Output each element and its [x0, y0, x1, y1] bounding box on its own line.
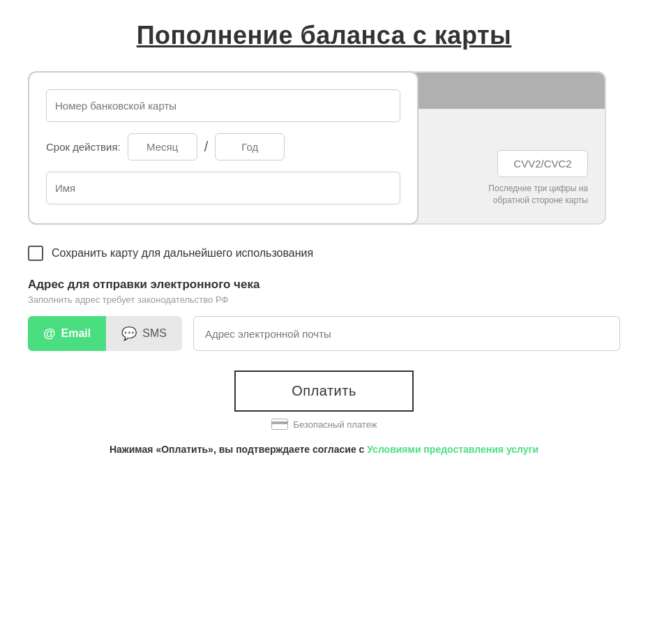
expiry-label: Срок действия: — [46, 141, 121, 153]
pay-button-area: Оплатить Безопасный платеж — [28, 370, 620, 430]
card-section: Срок действия: / Последние три цифры на … — [28, 71, 620, 225]
expiry-row: Срок действия: / — [46, 133, 400, 160]
email-section-title: Адрес для отправки электронного чека — [28, 278, 620, 292]
secure-card-icon — [271, 419, 288, 430]
card-number-input[interactable] — [46, 89, 400, 122]
contact-row: @ Email 💬 SMS — [28, 316, 620, 351]
tab-sms-label: SMS — [142, 327, 167, 340]
card-back: Последние три цифры на обратной стороне … — [405, 71, 606, 225]
expiry-slash: / — [204, 139, 209, 155]
pay-button[interactable]: Оплатить — [234, 370, 414, 412]
save-card-label: Сохранить карту для дальнейшего использо… — [52, 247, 313, 260]
card-magnetic-stripe — [406, 73, 605, 109]
tab-email-label: Email — [61, 327, 91, 340]
terms-prefix: Нажимая «Оплатить», вы подтверждаете сог… — [110, 444, 367, 455]
month-input[interactable] — [128, 133, 197, 160]
pay-button-label: Оплатить — [292, 383, 356, 398]
page-title: Пополнение баланса с карты — [28, 21, 620, 50]
save-card-checkbox[interactable] — [28, 246, 43, 261]
year-input[interactable] — [215, 133, 285, 160]
cvv-hint: Последние три цифры на обратной стороне … — [476, 183, 588, 207]
cardholder-name-input[interactable] — [46, 172, 400, 204]
contact-tabs: @ Email 💬 SMS — [28, 316, 182, 351]
email-address-input[interactable] — [193, 316, 620, 351]
card-form: Срок действия: / — [28, 71, 419, 225]
cvv-area: Последние три цифры на обратной стороне … — [460, 139, 605, 223]
cvv-input[interactable] — [497, 150, 588, 177]
save-card-row: Сохранить карту для дальнейшего использо… — [28, 246, 620, 261]
at-icon: @ — [43, 327, 56, 341]
svg-rect-1 — [271, 421, 288, 424]
terms-link[interactable]: Условиями предоставления услуги — [367, 444, 538, 455]
terms-text: Нажимая «Оплатить», вы подтверждаете сог… — [28, 444, 620, 455]
email-section-subtitle: Заполнить адрес требует законодательство… — [28, 294, 620, 305]
tab-email-button[interactable]: @ Email — [28, 316, 106, 351]
secure-label: Безопасный платеж — [294, 419, 377, 430]
sms-icon: 💬 — [121, 326, 137, 341]
field-group: Срок действия: / — [46, 89, 400, 204]
tab-sms-button[interactable]: 💬 SMS — [106, 316, 182, 351]
secure-payment: Безопасный платеж — [271, 419, 377, 430]
